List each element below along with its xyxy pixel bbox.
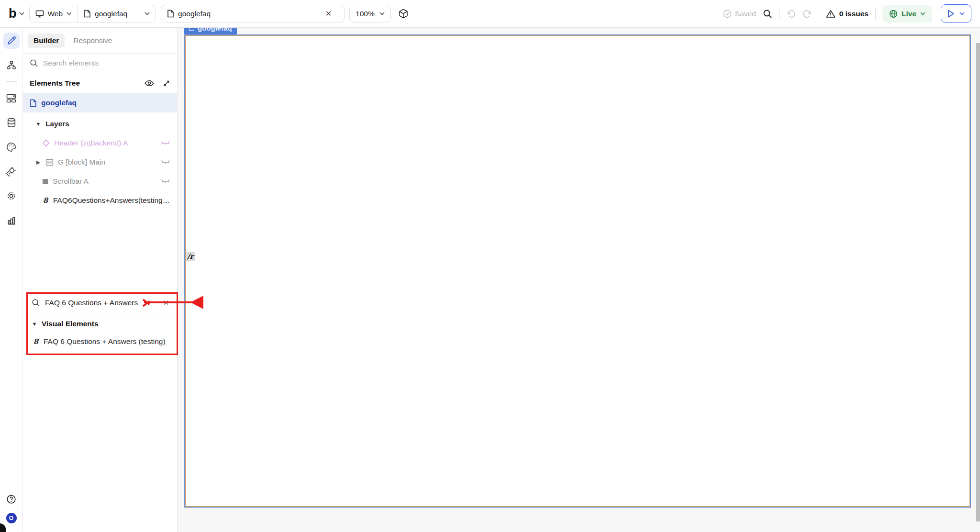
left-icon-rail: O — [0, 28, 23, 532]
toolbar-separator — [819, 8, 819, 20]
chevron-down-icon — [145, 12, 150, 15]
tree-item-header-component[interactable]: Header (zqbackend) A — [23, 133, 177, 153]
search-elements-input[interactable] — [43, 59, 153, 67]
redo-button[interactable] — [802, 10, 812, 18]
elements-tree-header: Elements Tree — [23, 73, 177, 93]
pencil-icon — [7, 36, 16, 45]
builder-logo[interactable]: b — [9, 6, 24, 21]
panel-tabs: Builder Responsive — [23, 28, 177, 54]
canvas-workspace[interactable]: googlefaq /r — [178, 28, 980, 532]
globe-icon — [889, 10, 898, 18]
rail-structure-tab[interactable] — [3, 57, 20, 73]
frame-icon — [189, 28, 194, 31]
preview-button[interactable] — [941, 4, 971, 23]
search-button[interactable] — [763, 9, 772, 19]
find-result-label: FAQ 6 Questions + Answers (testing) — [44, 337, 166, 346]
check-circle-icon — [723, 10, 732, 18]
zoom-selector[interactable]: 100% — [349, 5, 391, 22]
tree-item-page-googlefaq[interactable]: googlefaq — [23, 93, 177, 112]
live-environment-label: Live — [902, 10, 916, 18]
eye-closed-icon[interactable] — [161, 159, 170, 165]
monitor-icon — [35, 10, 44, 18]
open-page-tab[interactable]: googlefaq ✕ — [161, 5, 345, 22]
warning-triangle-icon — [826, 10, 835, 18]
org-chart-icon — [7, 60, 16, 70]
find-result-faq-component[interactable]: 8 FAQ 6 Questions + Answers (testing) — [27, 332, 174, 352]
builder-app: b Web googlefaq google — [0, 0, 980, 532]
search-icon — [763, 9, 772, 19]
find-component-dropdown: ✕ ▼ Visual Elements 8 FAQ 6 Questions + … — [27, 293, 174, 352]
search-icon — [30, 59, 38, 67]
3d-view-button[interactable] — [399, 9, 408, 19]
toolbar-separator — [875, 8, 876, 20]
rail-content-tab[interactable] — [3, 90, 20, 106]
live-environment-button[interactable]: Live — [882, 5, 932, 22]
expand-icon[interactable] — [163, 79, 170, 87]
chevron-down-icon — [379, 12, 385, 15]
caret-right-icon[interactable]: ▶ — [35, 159, 41, 166]
rail-settings-tab[interactable] — [3, 188, 20, 204]
tree-item-label: Header (zqbackend) A — [54, 139, 128, 147]
palette-icon — [6, 142, 16, 152]
issues-count-label: 0 issues — [839, 10, 869, 18]
save-status-label: Saved — [735, 10, 756, 18]
visual-elements-label: Visual Elements — [42, 320, 99, 328]
play-icon — [947, 10, 955, 18]
tab-builder[interactable]: Builder — [28, 33, 65, 48]
page-icon — [167, 10, 174, 18]
database-icon — [7, 118, 16, 128]
caret-down-icon[interactable]: ▼ — [35, 121, 41, 127]
page-icon — [84, 10, 91, 18]
page-selector[interactable]: googlefaq — [78, 5, 156, 22]
tree-item-label: Scrollbar A — [53, 177, 89, 186]
eye-closed-icon[interactable] — [161, 178, 170, 184]
toolbar-separator — [779, 8, 780, 20]
layout-blocks-icon — [6, 94, 16, 103]
rail-data-tab[interactable] — [3, 114, 20, 131]
rail-insights-tab[interactable] — [3, 212, 20, 228]
tree-item-faq-component[interactable]: 8 FAQ6Questions+Answers(testing… — [23, 191, 177, 210]
find-search-row: ✕ — [27, 293, 174, 313]
diamond-icon — [42, 139, 50, 147]
target-selector: Web googlefaq — [29, 5, 156, 22]
device-selector-label: Web — [48, 10, 63, 18]
eye-icon[interactable] — [145, 80, 154, 87]
custom-component-icon: 8 — [42, 196, 49, 205]
box-icon — [42, 178, 48, 185]
rail-design-tab[interactable] — [3, 139, 20, 155]
page-icon — [30, 99, 37, 107]
vertical-scrollbar[interactable] — [976, 43, 980, 521]
tree-item-scrollbar[interactable]: Scrollbar A — [23, 172, 177, 191]
issues-button[interactable]: 0 issues — [826, 10, 869, 18]
device-selector[interactable]: Web — [30, 5, 78, 22]
find-search-input[interactable] — [45, 299, 145, 307]
rail-edit-tab[interactable] — [3, 33, 20, 49]
user-avatar-initial: O — [9, 515, 13, 521]
eye-closed-icon[interactable] — [161, 140, 170, 146]
tree-item-g-block-main[interactable]: ▶ G [block] Main — [23, 153, 177, 172]
chevron-down-icon — [959, 12, 965, 15]
gear-icon — [6, 191, 16, 201]
top-toolbar: b Web googlefaq google — [0, 0, 980, 28]
bar-chart-icon — [7, 216, 16, 225]
page-body-outline — [185, 35, 970, 507]
redo-icon — [802, 10, 812, 18]
page-selector-label: googlefaq — [95, 10, 127, 18]
chevron-down-icon — [19, 12, 24, 15]
help-button[interactable] — [3, 491, 20, 507]
canvas-frame-label-text: googlefaq — [198, 28, 232, 32]
close-tab-icon[interactable]: ✕ — [319, 9, 338, 18]
rail-integrations-tab[interactable] — [3, 163, 20, 179]
custom-component-icon: 8 — [33, 337, 39, 346]
caret-down-icon[interactable]: ▼ — [32, 321, 37, 327]
clear-search-icon[interactable]: ✕ — [163, 299, 169, 307]
user-avatar[interactable]: O — [6, 513, 17, 523]
undo-button[interactable] — [786, 10, 796, 18]
page-canvas[interactable] — [184, 34, 971, 508]
visual-elements-section[interactable]: ▼ Visual Elements — [27, 313, 174, 332]
chevron-down-icon — [67, 12, 72, 15]
tree-item-layers[interactable]: ▼ Layers — [23, 114, 177, 133]
tab-responsive[interactable]: Responsive — [67, 33, 118, 48]
layers-label: Layers — [45, 120, 69, 128]
canvas-frame-label[interactable]: googlefaq — [184, 28, 237, 34]
